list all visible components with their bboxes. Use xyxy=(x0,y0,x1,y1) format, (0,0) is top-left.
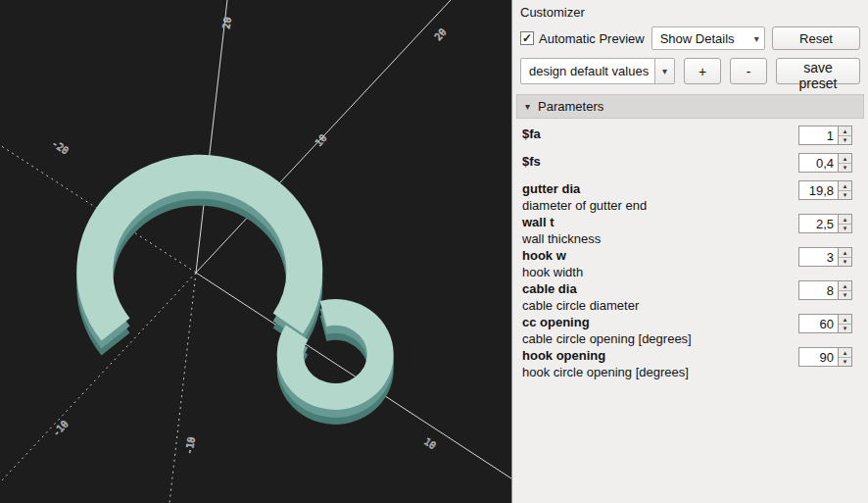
parameter-row-cc-opening: cc opening cable circle opening [degrees… xyxy=(522,314,852,347)
axis-tick-label: -10 xyxy=(50,419,70,439)
spinbox-down-icon[interactable]: ▾ xyxy=(839,135,851,145)
parameter-description: diameter of gutter end xyxy=(522,197,791,214)
parameter-description: cable circle opening [degrees] xyxy=(522,330,791,347)
customizer-panel: Customizer ✓ Automatic Preview Show Deta… xyxy=(511,0,868,503)
show-details-value: Show Details xyxy=(660,31,735,46)
parameter-spinbox[interactable]: 2,5 ▴ ▾ xyxy=(798,214,852,233)
spinbox-up-icon[interactable]: ▴ xyxy=(839,126,851,135)
spinbox-value[interactable]: 1 xyxy=(798,126,839,145)
chevron-down-icon[interactable]: ▾ xyxy=(654,59,674,83)
parameter-spinbox[interactable]: 19,8 ▴ ▾ xyxy=(798,180,852,200)
parameter-spinbox[interactable]: 0,4 ▴ ▾ xyxy=(798,153,852,173)
spinbox-up-icon[interactable]: ▴ xyxy=(839,281,851,290)
parameter-description: wall thickness xyxy=(522,230,791,247)
spinbox-down-icon[interactable]: ▾ xyxy=(839,163,851,173)
axis-z-positive xyxy=(196,0,227,273)
parameter-spinbox[interactable]: 90 ▴ ▾ xyxy=(798,347,852,367)
axes xyxy=(0,0,511,503)
spinbox-down-icon[interactable]: ▾ xyxy=(839,290,851,300)
parameter-description: hook width xyxy=(522,264,791,280)
spinbox-value[interactable]: 90 xyxy=(798,347,839,367)
spinbox-up-icon[interactable]: ▴ xyxy=(839,348,851,357)
axis-tick-label: 20 xyxy=(220,17,233,30)
spinbox-up-icon[interactable]: ▴ xyxy=(839,248,851,257)
parameter-row-fs: $fs 0,4 ▴ ▾ xyxy=(522,153,852,173)
spinbox-up-icon[interactable]: ▴ xyxy=(839,215,851,224)
parameter-spinbox[interactable]: 8 ▴ ▾ xyxy=(798,280,852,300)
parameter-name: wall t xyxy=(522,214,791,230)
parameter-name: gutter dia xyxy=(522,180,791,197)
model-gutter-hook xyxy=(95,173,380,411)
spinbox-up-icon[interactable]: ▴ xyxy=(839,181,851,190)
parameter-name: cc opening xyxy=(522,314,791,330)
parameter-row-hook-opening: hook opening hook circle opening [degree… xyxy=(522,347,852,380)
axis-tick-label: 10 xyxy=(422,435,438,451)
parameter-name: $fa xyxy=(522,126,791,142)
preset-dropdown-value: design default values xyxy=(521,64,654,78)
parameter-row-fa: $fa 1 ▴ ▾ xyxy=(522,126,852,145)
parameter-name: hook opening xyxy=(522,347,791,364)
spinbox-down-icon[interactable]: ▾ xyxy=(839,357,851,367)
spinbox-value[interactable]: 19,8 xyxy=(798,180,839,200)
spinbox-value[interactable]: 60 xyxy=(798,314,839,333)
parameter-spinbox[interactable]: 60 ▴ ▾ xyxy=(798,314,852,333)
spinbox-value[interactable]: 0,4 xyxy=(798,153,839,173)
parameter-row-cable-dia: cable dia cable circle diameter 8 ▴ ▾ xyxy=(522,280,852,314)
parameter-description: cable circle diameter xyxy=(522,297,791,314)
parameter-description: hook circle opening [degrees] xyxy=(522,364,791,380)
chevron-down-icon: ▾ xyxy=(754,33,759,44)
spinbox-down-icon[interactable]: ▾ xyxy=(839,257,851,267)
parameter-spinbox[interactable]: 1 ▴ ▾ xyxy=(798,126,852,145)
axis-z-negative xyxy=(169,273,196,503)
axis-tick-label: 10 xyxy=(313,132,328,148)
axis-tick-label: -10 xyxy=(183,436,197,456)
show-details-dropdown[interactable]: Show Details ▾ xyxy=(651,26,765,50)
automatic-preview-checkbox[interactable]: ✓ Automatic Preview xyxy=(520,31,645,46)
spinbox-value[interactable]: 3 xyxy=(798,247,839,267)
axis-tick-label: 20 xyxy=(432,26,448,42)
remove-preset-button[interactable]: - xyxy=(730,58,767,84)
triangle-down-icon: ▾ xyxy=(525,101,530,112)
spinbox-down-icon[interactable]: ▾ xyxy=(839,324,851,333)
panel-title: Customizer xyxy=(512,0,868,22)
preset-dropdown[interactable]: design default values ▾ xyxy=(520,58,675,84)
parameter-row-wall-t: wall t wall thickness 2,5 ▴ ▾ xyxy=(522,214,852,247)
parameters-list: $fa 1 ▴ ▾ $fs 0,4 xyxy=(512,119,868,503)
parameter-name: cable dia xyxy=(522,280,791,297)
automatic-preview-label: Automatic Preview xyxy=(539,31,645,46)
spinbox-up-icon[interactable]: ▴ xyxy=(839,315,851,324)
spinbox-value[interactable]: 8 xyxy=(798,280,839,300)
spinbox-up-icon[interactable]: ▴ xyxy=(839,154,851,163)
checkbox-checked-icon[interactable]: ✓ xyxy=(520,31,534,45)
parameter-name: $fs xyxy=(522,153,791,170)
axis-tick-label: -20 xyxy=(50,137,71,156)
3d-viewport[interactable]: 20 20 10 -10 -20 -10 -10 10 xyxy=(0,0,511,503)
add-preset-button[interactable]: + xyxy=(684,58,721,84)
parameter-row-gutter-dia: gutter dia diameter of gutter end 19,8 ▴… xyxy=(522,180,852,214)
reset-button[interactable]: Reset xyxy=(772,26,860,50)
parameter-spinbox[interactable]: 3 ▴ ▾ xyxy=(798,247,852,267)
spinbox-down-icon[interactable]: ▾ xyxy=(839,224,851,233)
parameter-name: hook w xyxy=(522,247,791,264)
customizer-toolbar-row1: ✓ Automatic Preview Show Details ▾ Reset xyxy=(512,22,868,53)
customizer-toolbar-row2: design default values ▾ + - save preset xyxy=(512,53,868,89)
spinbox-down-icon[interactable]: ▾ xyxy=(839,190,851,200)
spinbox-value[interactable]: 2,5 xyxy=(798,214,839,233)
parameters-header-label: Parameters xyxy=(538,99,603,114)
openscad-window: 20 20 10 -10 -20 -10 -10 10 xyxy=(0,0,868,503)
parameter-row-hook-w: hook w hook width 3 ▴ ▾ xyxy=(522,247,852,280)
parameters-section-header[interactable]: ▾ Parameters xyxy=(516,94,864,119)
save-preset-button[interactable]: save preset xyxy=(776,58,860,84)
viewport-canvas: 20 20 10 -10 -20 -10 -10 10 xyxy=(0,0,511,503)
